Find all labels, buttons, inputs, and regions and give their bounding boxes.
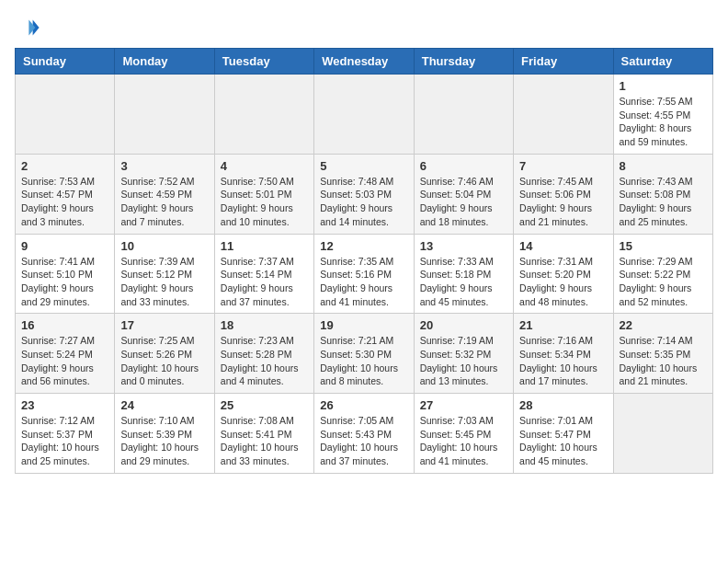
day-info: Sunrise: 7:33 AM bbox=[420, 255, 507, 269]
calendar-cell: 22Sunrise: 7:14 AMSunset: 5:35 PMDayligh… bbox=[613, 314, 712, 394]
day-info: Sunset: 4:55 PM bbox=[620, 109, 707, 122]
day-info: Sunset: 5:10 PM bbox=[21, 268, 108, 282]
calendar-cell: 5Sunrise: 7:48 AMSunset: 5:03 PMDaylight… bbox=[314, 154, 414, 234]
logo bbox=[15, 15, 44, 40]
calendar-cell bbox=[314, 75, 414, 155]
calendar-cell bbox=[613, 394, 712, 474]
day-info: Sunrise: 7:31 AM bbox=[519, 255, 607, 269]
day-number: 4 bbox=[221, 159, 308, 173]
day-number: 26 bbox=[320, 398, 407, 412]
calendar-week-2: 2Sunrise: 7:53 AMSunset: 4:57 PMDaylight… bbox=[16, 154, 713, 234]
calendar-cell: 23Sunrise: 7:12 AMSunset: 5:37 PMDayligh… bbox=[16, 394, 115, 474]
day-info: Daylight: 9 hours and 33 minutes. bbox=[120, 282, 208, 308]
day-info: Sunset: 5:39 PM bbox=[120, 428, 208, 442]
day-info: Sunset: 5:04 PM bbox=[420, 188, 507, 201]
day-info: Daylight: 10 hours and 21 minutes. bbox=[620, 362, 707, 388]
weekday-header-friday: Friday bbox=[514, 49, 613, 75]
day-number: 21 bbox=[519, 318, 607, 332]
day-number: 16 bbox=[21, 318, 108, 332]
calendar-week-5: 23Sunrise: 7:12 AMSunset: 5:37 PMDayligh… bbox=[16, 394, 713, 474]
day-info: Sunrise: 7:29 AM bbox=[620, 255, 707, 269]
calendar-cell: 7Sunrise: 7:45 AMSunset: 5:06 PMDaylight… bbox=[514, 154, 613, 234]
day-number: 20 bbox=[420, 318, 507, 332]
day-info: Sunset: 5:03 PM bbox=[320, 188, 407, 201]
day-info: Sunrise: 7:03 AM bbox=[420, 414, 507, 428]
day-info: Sunset: 5:14 PM bbox=[221, 268, 308, 282]
day-number: 28 bbox=[519, 398, 607, 412]
day-info: Sunrise: 7:19 AM bbox=[420, 334, 507, 348]
day-info: Daylight: 9 hours and 52 minutes. bbox=[620, 282, 707, 308]
weekday-header-saturday: Saturday bbox=[613, 49, 712, 75]
day-info: Sunset: 5:28 PM bbox=[221, 348, 308, 362]
day-info: Sunrise: 7:14 AM bbox=[620, 334, 707, 348]
day-info: Daylight: 9 hours and 29 minutes. bbox=[21, 282, 108, 308]
calendar-cell: 25Sunrise: 7:08 AMSunset: 5:41 PMDayligh… bbox=[214, 394, 313, 474]
day-info: Sunset: 5:37 PM bbox=[21, 428, 108, 442]
day-info: Daylight: 9 hours and 14 minutes. bbox=[320, 201, 407, 228]
page-header bbox=[15, 15, 713, 40]
day-info: Sunset: 4:59 PM bbox=[120, 188, 208, 201]
calendar-cell: 13Sunrise: 7:33 AMSunset: 5:18 PMDayligh… bbox=[414, 234, 513, 314]
day-info: Sunset: 5:32 PM bbox=[420, 348, 507, 362]
day-info: Sunset: 5:41 PM bbox=[221, 428, 308, 442]
calendar-cell: 28Sunrise: 7:01 AMSunset: 5:47 PMDayligh… bbox=[514, 394, 613, 474]
day-info: Daylight: 10 hours and 0 minutes. bbox=[120, 362, 208, 388]
calendar-cell: 1Sunrise: 7:55 AMSunset: 4:55 PMDaylight… bbox=[613, 75, 712, 155]
weekday-header-tuesday: Tuesday bbox=[214, 49, 313, 75]
day-number: 19 bbox=[320, 318, 407, 332]
day-info: Daylight: 10 hours and 13 minutes. bbox=[420, 362, 507, 388]
weekday-header-wednesday: Wednesday bbox=[314, 49, 414, 75]
day-info: Daylight: 10 hours and 17 minutes. bbox=[519, 362, 607, 388]
day-number: 8 bbox=[620, 159, 707, 173]
day-number: 13 bbox=[420, 239, 507, 253]
day-number: 11 bbox=[221, 239, 308, 253]
day-info: Sunrise: 7:46 AM bbox=[420, 175, 507, 189]
weekday-header-sunday: Sunday bbox=[16, 49, 115, 75]
day-number: 3 bbox=[120, 159, 208, 173]
day-info: Sunrise: 7:16 AM bbox=[519, 334, 607, 348]
day-info: Sunrise: 7:37 AM bbox=[221, 255, 308, 269]
day-info: Daylight: 10 hours and 29 minutes. bbox=[120, 441, 208, 467]
day-number: 12 bbox=[320, 239, 407, 253]
day-info: Daylight: 9 hours and 56 minutes. bbox=[21, 362, 108, 388]
day-info: Sunset: 5:01 PM bbox=[221, 188, 308, 201]
day-number: 24 bbox=[120, 398, 208, 412]
calendar-week-1: 1Sunrise: 7:55 AMSunset: 4:55 PMDaylight… bbox=[16, 75, 713, 155]
day-info: Sunrise: 7:53 AM bbox=[21, 175, 108, 189]
calendar-cell: 11Sunrise: 7:37 AMSunset: 5:14 PMDayligh… bbox=[214, 234, 313, 314]
day-info: Daylight: 9 hours and 37 minutes. bbox=[221, 282, 308, 308]
day-info: Sunset: 5:30 PM bbox=[320, 348, 407, 362]
calendar-cell bbox=[514, 75, 613, 155]
day-number: 23 bbox=[21, 398, 108, 412]
day-number: 27 bbox=[420, 398, 507, 412]
day-number: 5 bbox=[320, 159, 407, 173]
calendar-cell: 8Sunrise: 7:43 AMSunset: 5:08 PMDaylight… bbox=[613, 154, 712, 234]
day-info: Sunset: 5:18 PM bbox=[420, 268, 507, 282]
day-info: Sunrise: 7:05 AM bbox=[320, 414, 407, 428]
calendar-cell bbox=[414, 75, 513, 155]
calendar-cell bbox=[115, 75, 214, 155]
day-info: Sunrise: 7:39 AM bbox=[120, 255, 208, 269]
day-info: Daylight: 9 hours and 3 minutes. bbox=[21, 201, 108, 228]
day-number: 17 bbox=[120, 318, 208, 332]
day-number: 10 bbox=[120, 239, 208, 253]
calendar-header-row: SundayMondayTuesdayWednesdayThursdayFrid… bbox=[16, 49, 713, 75]
day-info: Sunset: 5:20 PM bbox=[519, 268, 607, 282]
day-info: Sunrise: 7:25 AM bbox=[120, 334, 208, 348]
day-info: Sunset: 4:57 PM bbox=[21, 188, 108, 201]
day-info: Sunset: 5:35 PM bbox=[620, 348, 707, 362]
day-info: Daylight: 10 hours and 37 minutes. bbox=[320, 441, 407, 467]
calendar-cell: 15Sunrise: 7:29 AMSunset: 5:22 PMDayligh… bbox=[613, 234, 712, 314]
calendar-cell: 17Sunrise: 7:25 AMSunset: 5:26 PMDayligh… bbox=[115, 314, 214, 394]
calendar-cell bbox=[214, 75, 313, 155]
calendar-cell: 9Sunrise: 7:41 AMSunset: 5:10 PMDaylight… bbox=[16, 234, 115, 314]
day-info: Sunrise: 7:50 AM bbox=[221, 175, 308, 189]
day-info: Sunset: 5:26 PM bbox=[120, 348, 208, 362]
day-number: 22 bbox=[620, 318, 707, 332]
day-number: 14 bbox=[519, 239, 607, 253]
day-info: Sunrise: 7:01 AM bbox=[519, 414, 607, 428]
day-info: Sunset: 5:47 PM bbox=[519, 428, 607, 442]
calendar-cell bbox=[16, 75, 115, 155]
day-number: 25 bbox=[221, 398, 308, 412]
day-info: Daylight: 8 hours and 59 minutes. bbox=[620, 121, 707, 148]
